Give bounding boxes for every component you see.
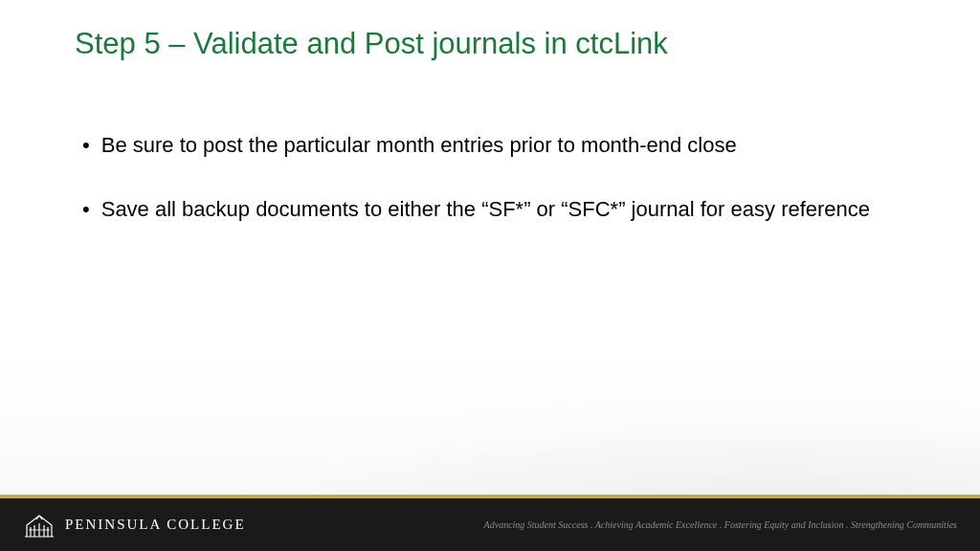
- background-mountains: [0, 345, 980, 498]
- bullet-dot-icon: •: [82, 132, 90, 160]
- bullet-text: Save all backup documents to either the …: [101, 196, 905, 224]
- logo-area: PENINSULA COLLEGE: [23, 512, 246, 539]
- bullet-item: • Save all backup documents to either th…: [75, 196, 905, 224]
- bullet-text: Be sure to post the particular month ent…: [101, 132, 905, 160]
- slide-content: • Be sure to post the particular month e…: [75, 132, 905, 259]
- footer-tagline: Advancing Student Success . Achieving Ac…: [484, 519, 957, 530]
- slide-title: Step 5 – Validate and Post journals in c…: [75, 27, 668, 61]
- footer: PENINSULA COLLEGE Advancing Student Succ…: [0, 498, 980, 551]
- college-name: PENINSULA COLLEGE: [65, 517, 246, 533]
- college-logo-icon: [23, 512, 56, 539]
- bullet-item: • Be sure to post the particular month e…: [75, 132, 905, 160]
- slide: Step 5 – Validate and Post journals in c…: [0, 0, 980, 551]
- bullet-dot-icon: •: [82, 196, 90, 224]
- svg-rect-0: [29, 529, 50, 531]
